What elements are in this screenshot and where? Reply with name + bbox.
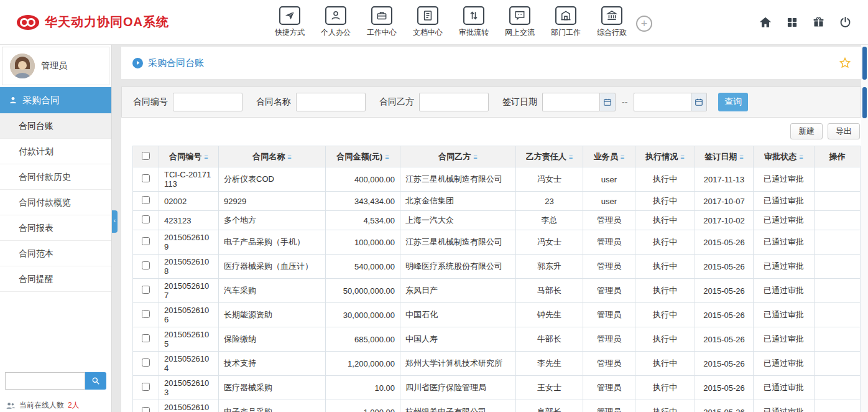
sort-icon[interactable]: ≡ [739, 153, 743, 161]
column-header-party[interactable]: 合同乙方≡ [400, 146, 516, 167]
sidebar-item-contract-reminder[interactable]: 合同提醒 [0, 266, 111, 292]
sort-icon[interactable]: ≡ [569, 153, 573, 161]
cell-op [815, 400, 861, 412]
date-from-input[interactable] [542, 93, 599, 111]
top-nav-item-personal-office[interactable]: 个人办公 [318, 6, 354, 38]
top-nav-item-work-center[interactable]: 工作中心 [364, 6, 400, 38]
cell-party: 东风日产 [400, 279, 516, 303]
sidebar-collapse-handle[interactable]: ‹ [112, 210, 118, 233]
row-checkbox[interactable] [142, 174, 150, 182]
cell-exec: 执行中 [635, 279, 695, 303]
sidebar-item-contract-ledger[interactable]: 合同台账 [0, 113, 111, 139]
top-nav-label: 工作中心 [367, 27, 397, 38]
contract-no-input[interactable] [173, 93, 242, 111]
top-nav-item-document-center[interactable]: 文档中心 [410, 6, 446, 38]
column-header-date[interactable]: 签订日期≡ [695, 146, 754, 167]
column-header-approval[interactable]: 审批状态≡ [754, 146, 815, 167]
row-checkbox[interactable] [142, 334, 150, 342]
cell-name: 电子产品采购 [219, 400, 326, 412]
date-to-calendar-button[interactable] [691, 93, 707, 111]
apps-grid-icon[interactable] [786, 16, 798, 29]
table-row: 20150526106长期能源资助30,000,000.00中国石化钟先生管理员… [133, 303, 861, 327]
party-b-input[interactable] [419, 93, 489, 111]
sort-icon[interactable]: ≡ [287, 153, 291, 161]
row-checkbox[interactable] [142, 261, 150, 269]
cell-amount: 100,000.00 [326, 230, 400, 255]
sidebar-search-input[interactable] [5, 372, 85, 390]
app-logo[interactable]: 华天动力协同OA系统 [16, 14, 169, 30]
row-checkbox[interactable] [142, 358, 150, 367]
cell-sales: 管理员 [583, 303, 635, 327]
user-card[interactable]: 管理员 [2, 47, 109, 85]
row-select-cell [133, 352, 159, 376]
column-header-name[interactable]: 合同名称≡ [219, 146, 326, 167]
online-count: 2人 [68, 400, 80, 411]
favorite-star-icon[interactable] [839, 57, 851, 69]
cell-name: 保险缴纳 [219, 327, 326, 352]
sort-icon[interactable]: ≡ [621, 153, 624, 161]
top-nav-item-approval-flow[interactable]: 审批流转 [456, 6, 492, 38]
export-button[interactable]: 导出 [828, 123, 860, 139]
row-checkbox[interactable] [142, 286, 150, 294]
home-icon[interactable] [759, 16, 772, 29]
column-header-no[interactable]: 合同编号≡ [159, 146, 219, 167]
date-from-calendar-button[interactable] [599, 93, 616, 111]
sort-icon[interactable]: ≡ [680, 153, 684, 161]
top-nav-item-online-chat[interactable]: 网上交流 [502, 6, 538, 38]
top-nav-item-department-work[interactable]: 部门工作 [548, 6, 584, 38]
new-button[interactable]: 新建 [790, 123, 823, 139]
sort-icon[interactable]: ≡ [799, 153, 803, 161]
column-header-op[interactable]: 操作 [815, 146, 861, 167]
online-label: 当前在线人数 [19, 400, 64, 411]
row-checkbox[interactable] [142, 237, 150, 245]
avatar [10, 54, 35, 78]
cell-date: 2015-05-26 [695, 279, 754, 303]
content-panel: 新建 导出 合同编号≡合同名称≡合同金额(元)≡合同乙方≡乙方责任人≡业务员≡执… [121, 118, 861, 412]
cell-op [815, 230, 861, 255]
scrollbar-thumb[interactable] [862, 87, 867, 118]
contract-name-input[interactable] [296, 93, 366, 111]
sidebar-module-header[interactable]: 采购合同 [0, 87, 111, 113]
power-icon[interactable] [839, 16, 852, 29]
scrollbar-thumb[interactable] [862, 47, 867, 80]
sidebar-item-payment-history[interactable]: 合同付款历史 [0, 164, 111, 190]
table-toolbar: 新建 导出 [132, 118, 860, 146]
sort-icon[interactable]: ≡ [385, 153, 389, 161]
sign-date-label: 签订日期 [502, 96, 537, 108]
top-nav-item-shortcut[interactable]: 快捷方式 [272, 6, 308, 38]
select-all-checkbox[interactable] [142, 152, 150, 160]
row-checkbox[interactable] [142, 407, 150, 412]
sidebar-item-contract-report[interactable]: 合同报表 [0, 215, 111, 241]
add-module-icon[interactable]: + [636, 16, 652, 32]
cell-date: 2017-11-13 [695, 167, 754, 192]
column-header-label: 乙方责任人 [526, 152, 566, 161]
gift-icon[interactable] [812, 16, 825, 29]
top-nav: 快捷方式 个人办公 工作中心 文档中心 审批流转 网上交流 部门工作 综合行政 [272, 6, 630, 38]
sort-icon[interactable]: ≡ [204, 153, 208, 161]
sidebar-search-button[interactable] [85, 372, 106, 390]
row-checkbox[interactable] [142, 383, 150, 391]
cell-no: TCI-C-20171113 [159, 167, 219, 192]
column-header-sales[interactable]: 业务员≡ [583, 146, 635, 167]
column-header-manager[interactable]: 乙方责任人≡ [516, 146, 583, 167]
row-checkbox[interactable] [142, 196, 150, 204]
row-checkbox[interactable] [142, 310, 150, 318]
cell-party: 杭州银希电子有限公司 [400, 400, 516, 412]
sidebar-item-contract-template[interactable]: 合同范本 [0, 241, 111, 266]
row-checkbox[interactable] [142, 215, 150, 223]
top-nav-item-admin[interactable]: 综合行政 [594, 6, 630, 38]
cell-manager: 冯女士 [516, 230, 583, 255]
cell-party: 北京金信集团 [400, 192, 516, 211]
column-header-amount[interactable]: 合同金额(元)≡ [326, 146, 400, 167]
sort-icon[interactable]: ≡ [473, 153, 477, 161]
cell-sales: 管理员 [583, 230, 635, 255]
date-to-input[interactable] [634, 93, 691, 111]
cell-no: 20150526104 [159, 352, 219, 376]
cell-approval: 已通过审批 [754, 400, 815, 412]
document-icon [417, 6, 438, 25]
cell-manager: 良部长 [516, 400, 583, 412]
sidebar-item-payment-plan[interactable]: 付款计划 [0, 139, 111, 164]
sidebar-item-payment-overview[interactable]: 合同付款概览 [0, 190, 111, 215]
query-button[interactable]: 查询 [718, 93, 748, 111]
column-header-exec[interactable]: 执行情况≡ [635, 146, 695, 167]
